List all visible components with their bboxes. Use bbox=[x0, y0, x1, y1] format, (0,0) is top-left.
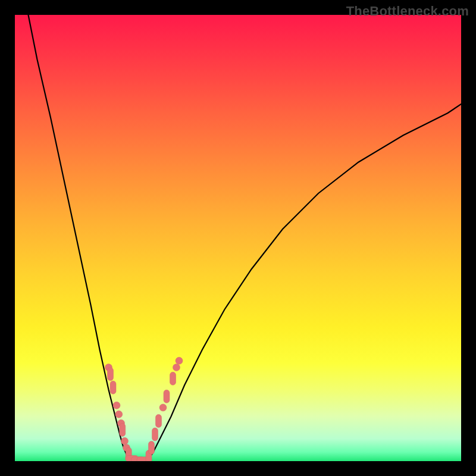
data-marker bbox=[115, 411, 123, 418]
data-marker bbox=[121, 437, 129, 444]
data-marker bbox=[164, 390, 170, 403]
data-marker bbox=[170, 372, 176, 385]
curve-layer bbox=[29, 15, 462, 461]
data-marker bbox=[176, 357, 183, 364]
data-marker bbox=[149, 441, 155, 455]
data-marker bbox=[110, 381, 116, 394]
data-marker bbox=[113, 402, 120, 409]
chart-svg bbox=[15, 15, 461, 461]
outer-frame: TheBottleneck.com bbox=[0, 0, 476, 476]
marker-layer bbox=[105, 357, 183, 461]
plot-area bbox=[15, 15, 461, 461]
curve-left-curve bbox=[29, 15, 133, 461]
data-marker bbox=[120, 424, 126, 437]
data-marker bbox=[173, 364, 180, 371]
watermark-text: TheBottleneck.com bbox=[346, 4, 469, 19]
data-marker bbox=[152, 428, 158, 441]
data-marker bbox=[159, 404, 167, 411]
curve-right-curve bbox=[146, 104, 461, 461]
data-marker bbox=[156, 415, 162, 428]
data-marker bbox=[108, 368, 114, 381]
